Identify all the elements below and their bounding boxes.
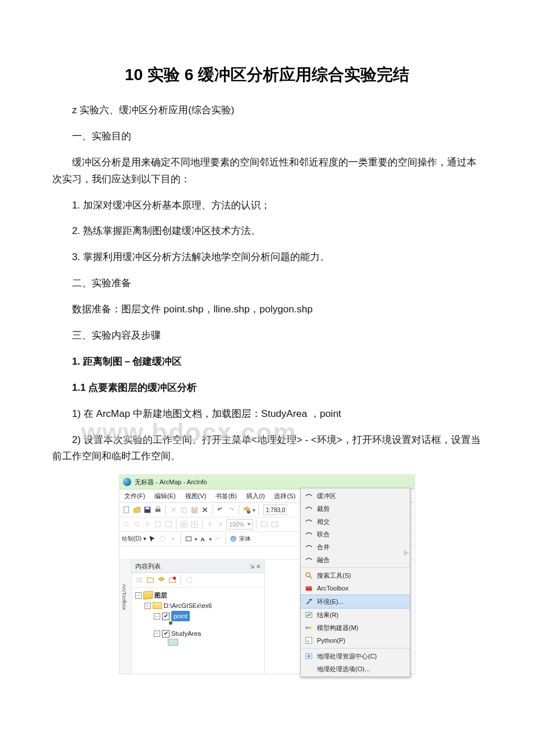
mi-results[interactable]: 结果(R) bbox=[301, 609, 410, 621]
select-tool-icon[interactable] bbox=[147, 534, 157, 543]
new-icon[interactable] bbox=[122, 505, 131, 514]
svg-rect-51 bbox=[187, 578, 192, 583]
svg-rect-46 bbox=[136, 582, 143, 583]
mi-gp-options[interactable]: 地理处理选项(O)... bbox=[301, 663, 410, 675]
marker-icon[interactable] bbox=[168, 534, 178, 543]
svg-rect-36 bbox=[261, 522, 267, 527]
edit-arrow-icon[interactable] bbox=[402, 548, 411, 557]
undo-icon[interactable] bbox=[216, 505, 225, 514]
menu-insert[interactable]: 插入(I) bbox=[241, 489, 269, 502]
cut-icon[interactable] bbox=[169, 505, 178, 514]
scale-box[interactable]: 1:783,0 bbox=[263, 505, 287, 515]
list-by-visibility-icon[interactable] bbox=[157, 575, 166, 585]
menu-edit[interactable]: 编辑(E) bbox=[150, 489, 181, 502]
menu-file[interactable]: 文件(F) bbox=[120, 489, 150, 502]
font-label: 宋体 bbox=[239, 535, 251, 543]
arcmap-screenshot: 无标题 - ArcMap - ArcInfo 文件(F) 编辑(E) 视图(V)… bbox=[119, 474, 415, 674]
checkbox-icon[interactable]: ✔ bbox=[162, 630, 169, 638]
list-by-drawing-icon[interactable] bbox=[135, 575, 144, 585]
delete-icon[interactable] bbox=[200, 505, 210, 514]
svg-point-39 bbox=[172, 538, 174, 541]
zoom-out-icon[interactable] bbox=[132, 520, 142, 529]
pan-icon[interactable] bbox=[143, 520, 152, 529]
app-icon bbox=[123, 478, 131, 486]
full-extent-icon[interactable] bbox=[153, 520, 163, 529]
options-icon[interactable] bbox=[185, 575, 194, 585]
svg-rect-3 bbox=[306, 586, 312, 588]
collapse-icon[interactable]: − bbox=[145, 603, 151, 609]
grid1-icon[interactable] bbox=[179, 520, 189, 529]
side-tab-strip[interactable]: ArcToolbox bbox=[120, 560, 132, 674]
svg-line-24 bbox=[128, 525, 130, 528]
grid2-icon[interactable] bbox=[190, 520, 199, 529]
menu-select[interactable]: 选择(S) bbox=[269, 489, 300, 502]
search-icon bbox=[305, 571, 313, 579]
mi-merge[interactable]: 合并 bbox=[301, 541, 410, 553]
zoom-in-icon[interactable] bbox=[122, 520, 131, 529]
mi-buffer[interactable]: 缓冲区 bbox=[301, 489, 410, 502]
svg-point-25 bbox=[135, 522, 139, 526]
mi-union[interactable]: 联合 bbox=[301, 528, 410, 541]
mi-model-builder[interactable]: 模型构建器(M) bbox=[301, 621, 410, 634]
para-goal3: 3. 掌握利用缓冲区分析方法解决地学空间分析问题的能力。 bbox=[52, 249, 482, 266]
para-goal2: 2. 熟练掌握距离制图创建缓冲区技术方法。 bbox=[52, 223, 482, 240]
text-tool-icon[interactable]: A bbox=[199, 534, 208, 543]
rotate-icon[interactable] bbox=[158, 534, 167, 543]
copy-icon[interactable] bbox=[179, 505, 189, 514]
fwd-icon[interactable] bbox=[216, 520, 225, 529]
redo-icon[interactable] bbox=[226, 505, 236, 514]
mi-arctoolbox[interactable]: ArcToolbox bbox=[301, 582, 410, 595]
buffer-icon bbox=[305, 492, 313, 500]
para-subtitle: z 实验六、缓冲区分析应用(综合实验) bbox=[52, 102, 482, 119]
mi-resource-center[interactable]: 地理处理资源中心(C) bbox=[301, 650, 410, 663]
print-icon[interactable] bbox=[153, 505, 163, 514]
collapse-icon[interactable]: − bbox=[154, 631, 160, 637]
tree-layer-point[interactable]: − ✔ point bbox=[135, 611, 261, 621]
svg-rect-15 bbox=[146, 507, 150, 510]
mi-clip[interactable]: 裁剪 bbox=[301, 502, 410, 515]
save-icon[interactable] bbox=[143, 505, 152, 514]
mi-intersect[interactable]: 相交 bbox=[301, 515, 410, 528]
collapse-icon[interactable]: − bbox=[135, 592, 142, 599]
menu-bookmark[interactable]: 书签(B) bbox=[211, 489, 241, 502]
add-data-icon[interactable] bbox=[242, 505, 251, 514]
list-by-source-icon[interactable] bbox=[146, 575, 155, 585]
layer-tree: − 图层 − D:\ArcGISEx\ex6 − ✔ point bbox=[132, 588, 264, 649]
model-icon bbox=[305, 624, 313, 632]
back-icon[interactable] bbox=[205, 520, 215, 529]
union-icon bbox=[305, 530, 313, 538]
tree-layer-studyarea[interactable]: − ✔ StudyArea bbox=[135, 628, 261, 639]
tree-folder[interactable]: − D:\ArcGISEx\ex6 bbox=[135, 600, 261, 611]
edit-vertices-icon[interactable] bbox=[213, 534, 222, 543]
zoom-percent[interactable]: 100% bbox=[226, 519, 253, 530]
draw-dropdown[interactable]: 绘制(D) ▾ bbox=[122, 535, 146, 543]
font-family-icon[interactable]: O bbox=[229, 534, 238, 543]
dataframe-icon[interactable] bbox=[259, 520, 269, 529]
toc-title: 内容列表 bbox=[135, 562, 161, 571]
svg-rect-30 bbox=[185, 521, 187, 524]
menu-view[interactable]: 视图(V) bbox=[181, 489, 211, 502]
para-sec1: 一、实验目的 bbox=[52, 128, 482, 145]
mi-dissolve[interactable]: 融合 bbox=[301, 553, 410, 566]
mi-search-tools[interactable]: 搜索工具(S) bbox=[301, 569, 410, 582]
tree-root-layers[interactable]: − 图层 bbox=[135, 590, 261, 600]
paste-icon[interactable] bbox=[190, 505, 199, 514]
list-by-selection-icon[interactable] bbox=[168, 575, 177, 585]
rect-tool-icon[interactable] bbox=[184, 534, 193, 543]
svg-rect-19 bbox=[183, 509, 186, 513]
checkbox-icon[interactable]: ✔ bbox=[162, 613, 169, 620]
svg-text:A: A bbox=[200, 536, 204, 542]
mi-python[interactable]: »Python(P) bbox=[301, 634, 410, 647]
svg-rect-44 bbox=[136, 578, 143, 579]
folder-icon bbox=[153, 602, 162, 609]
toc-pin-close[interactable]: ⇲ ✕ bbox=[250, 563, 261, 570]
collapse-icon[interactable]: − bbox=[154, 613, 160, 620]
layout-icon[interactable] bbox=[164, 520, 173, 529]
svg-rect-16 bbox=[156, 509, 161, 512]
merge-icon bbox=[305, 543, 313, 551]
dataframe2-icon[interactable] bbox=[270, 520, 279, 529]
svg-text:»: » bbox=[307, 639, 310, 644]
toc-panel: 内容列表 ⇲ ✕ − bbox=[132, 560, 265, 674]
mi-environments[interactable]: 环境(E)... bbox=[301, 595, 410, 609]
open-icon[interactable] bbox=[132, 505, 142, 514]
